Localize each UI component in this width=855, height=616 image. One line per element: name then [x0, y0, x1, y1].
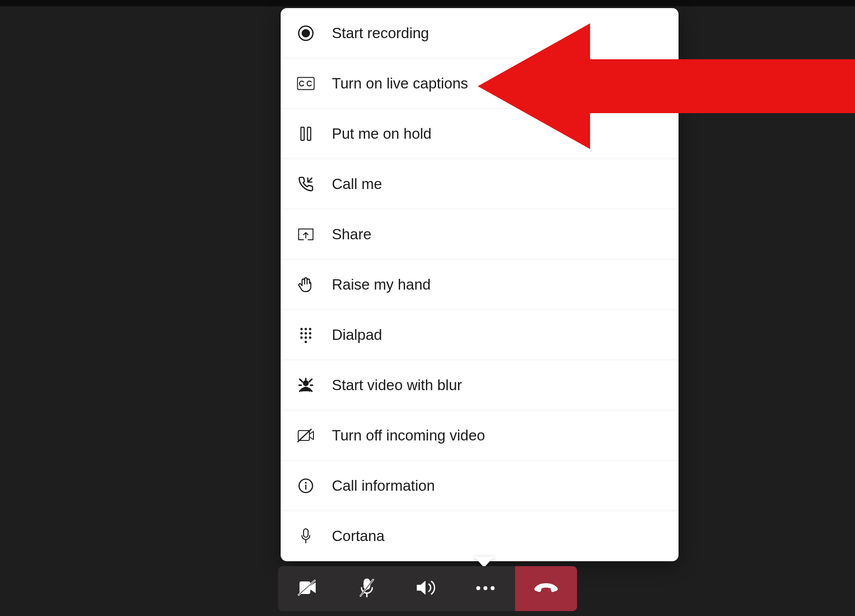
menu-item-label: Start recording	[332, 25, 429, 42]
menu-item-label: Call information	[332, 477, 435, 494]
call-in-icon	[295, 176, 317, 192]
mic-off-button[interactable]	[337, 566, 397, 611]
svg-point-29	[483, 586, 487, 590]
svg-rect-3	[301, 127, 304, 140]
mic-icon	[295, 528, 317, 545]
hand-icon	[295, 277, 317, 293]
svg-point-14	[304, 340, 307, 343]
menu-item-dialpad[interactable]: Dialpad	[281, 310, 679, 360]
menu-item-cortana[interactable]: Cortana	[281, 511, 679, 561]
svg-point-9	[304, 332, 307, 334]
more-icon	[476, 585, 495, 593]
hangup-button[interactable]	[515, 566, 577, 611]
top-bar	[0, 0, 855, 6]
svg-point-10	[309, 332, 311, 334]
menu-item-share[interactable]: Share	[281, 209, 679, 260]
hangup-icon	[533, 581, 559, 596]
menu-item-incoming-video-off[interactable]: Turn off incoming video	[281, 410, 679, 461]
svg-point-12	[304, 336, 307, 339]
svg-point-28	[476, 586, 480, 590]
svg-point-1	[302, 30, 309, 37]
cc-icon	[295, 77, 317, 90]
record-icon	[295, 25, 317, 42]
share-screen-icon	[295, 227, 317, 242]
svg-rect-4	[308, 127, 311, 140]
menu-item-call-info[interactable]: Call information	[281, 461, 679, 511]
call-toolbar	[278, 566, 577, 611]
mic-off-icon	[358, 577, 376, 600]
svg-point-7	[309, 328, 311, 330]
more-actions-menu: Start recording Turn on live captions Pu…	[281, 8, 679, 561]
menu-item-hold[interactable]: Put me on hold	[281, 109, 679, 159]
speaker-button[interactable]	[397, 566, 456, 611]
svg-point-20	[305, 482, 307, 484]
blur-icon	[295, 377, 317, 393]
menu-item-label: Cortana	[332, 528, 384, 545]
dialpad-icon	[295, 327, 317, 343]
speaker-icon	[415, 579, 437, 598]
menu-item-label: Turn off incoming video	[332, 427, 485, 444]
menu-item-label: Share	[332, 226, 371, 243]
svg-point-13	[309, 336, 311, 339]
more-button[interactable]	[456, 566, 515, 611]
menu-item-label: Put me on hold	[332, 125, 432, 142]
svg-point-6	[304, 328, 307, 330]
info-icon	[295, 478, 317, 494]
video-off-icon	[295, 428, 317, 443]
menu-item-label: Dialpad	[332, 326, 382, 343]
camera-off-button[interactable]	[278, 566, 337, 611]
pause-icon	[295, 126, 317, 141]
svg-point-8	[300, 332, 303, 334]
svg-point-15	[304, 381, 309, 386]
menu-item-label: Turn on live captions	[332, 75, 468, 92]
svg-rect-21	[304, 529, 308, 537]
menu-item-start-recording[interactable]: Start recording	[281, 8, 679, 58]
menu-item-video-blur[interactable]: Start video with blur	[281, 360, 679, 410]
camera-off-icon	[297, 579, 318, 598]
svg-point-11	[300, 336, 303, 339]
menu-item-call-me[interactable]: Call me	[281, 159, 679, 209]
menu-item-label: Call me	[332, 176, 382, 193]
menu-item-live-captions[interactable]: Turn on live captions	[281, 58, 679, 109]
svg-point-5	[300, 328, 303, 330]
menu-item-label: Raise my hand	[332, 276, 431, 293]
svg-point-30	[490, 586, 494, 590]
menu-item-label: Start video with blur	[332, 377, 462, 394]
menu-item-raise-hand[interactable]: Raise my hand	[281, 260, 679, 310]
